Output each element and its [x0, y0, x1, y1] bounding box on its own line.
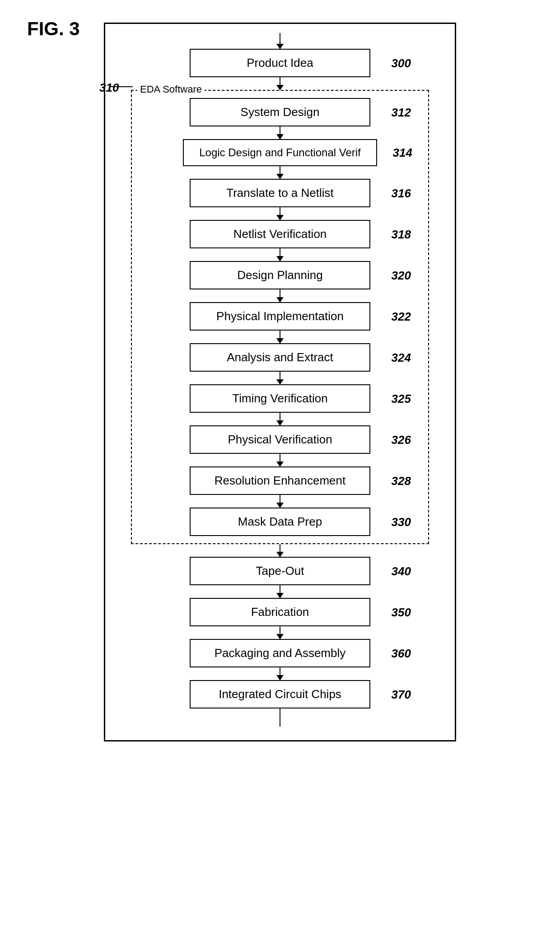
node-tape-out: Tape-Out 340	[190, 557, 370, 585]
node-resolution-enhancement: Resolution Enhancement 328	[190, 466, 370, 495]
translate-netlist-box: Translate to a Netlist	[190, 179, 370, 207]
tape-out-box: Tape-Out	[190, 557, 370, 585]
ref-320: 320	[392, 268, 411, 282]
arrow-11	[280, 495, 280, 508]
physical-verification-box: Physical Verification	[190, 425, 370, 454]
arrow-7	[280, 331, 280, 343]
node-analysis-extract: Analysis and Extract 324	[190, 343, 370, 372]
mask-data-prep-box: Mask Data Prep	[190, 508, 370, 536]
ref-370: 370	[392, 687, 411, 701]
ref-330: 330	[392, 515, 411, 529]
arrow-8	[280, 372, 280, 384]
ref-326: 326	[392, 433, 411, 447]
arrow-12	[280, 544, 280, 557]
arrow-10	[280, 454, 280, 466]
node-netlist-verification: Netlist Verification 318	[190, 220, 370, 248]
design-planning-box: Design Planning	[190, 261, 370, 289]
node-physical-implementation: Physical Implementation 322	[190, 302, 370, 331]
ref-316: 316	[392, 186, 411, 200]
timing-verification-box: Timing Verification	[190, 384, 370, 413]
arrow-4	[280, 207, 280, 220]
arrow-2	[280, 126, 280, 139]
node-packaging-assembly: Packaging and Assembly 360	[190, 639, 370, 667]
arrow-1	[280, 77, 280, 90]
arrow-9	[280, 413, 280, 425]
node-design-planning: Design Planning 320	[190, 261, 370, 289]
arrow-6	[280, 289, 280, 302]
eda-software-group: 310 EDA Software System Design 312 Logic…	[131, 90, 429, 544]
node-product-idea: Product Idea 300	[190, 49, 370, 77]
node-translate-netlist: Translate to a Netlist 316	[190, 179, 370, 207]
packaging-assembly-box: Packaging and Assembly	[190, 639, 370, 667]
physical-implementation-box: Physical Implementation	[190, 302, 370, 331]
arrow-top	[280, 33, 280, 49]
ref-314: 314	[393, 146, 412, 160]
eda-label: EDA Software	[137, 84, 205, 95]
arrow-15	[280, 667, 280, 680]
arrow-14	[280, 626, 280, 639]
node-system-design: System Design 312	[190, 98, 370, 126]
ref-300: 300	[392, 56, 411, 70]
node-timing-verification: Timing Verification 325	[190, 384, 370, 413]
netlist-verification-box: Netlist Verification	[190, 220, 370, 248]
node-mask-data-prep: Mask Data Prep 330	[190, 508, 370, 536]
fabrication-box: Fabrication	[190, 598, 370, 626]
product-idea-box: Product Idea	[190, 49, 370, 77]
ref-312: 312	[392, 105, 411, 119]
ref-324: 324	[392, 350, 411, 364]
node-fabrication: Fabrication 350	[190, 598, 370, 626]
ref-328: 328	[392, 474, 411, 488]
arrow-5	[280, 248, 280, 261]
ref-310: 310	[99, 81, 119, 95]
arrow-3	[280, 166, 280, 179]
node-physical-verification: Physical Verification 326	[190, 425, 370, 454]
ic-chips-box: Integrated Circuit Chips	[190, 680, 370, 709]
ref-360: 360	[392, 646, 411, 660]
ref-340: 340	[392, 564, 411, 578]
ref-322: 322	[392, 309, 411, 323]
ref-318: 318	[392, 227, 411, 241]
resolution-enhancement-box: Resolution Enhancement	[190, 466, 370, 495]
analysis-extract-box: Analysis and Extract	[190, 343, 370, 372]
system-design-box: System Design	[190, 98, 370, 126]
ref-325: 325	[392, 392, 411, 406]
bottom-line	[280, 709, 280, 727]
node-logic-design: Logic Design and Functional Verif 314	[183, 139, 377, 166]
arrow-13	[280, 585, 280, 598]
ref-350: 350	[392, 605, 411, 619]
node-ic-chips: Integrated Circuit Chips 370	[190, 680, 370, 709]
eda-connector-line	[109, 86, 133, 87]
logic-design-box: Logic Design and Functional Verif	[183, 139, 377, 166]
